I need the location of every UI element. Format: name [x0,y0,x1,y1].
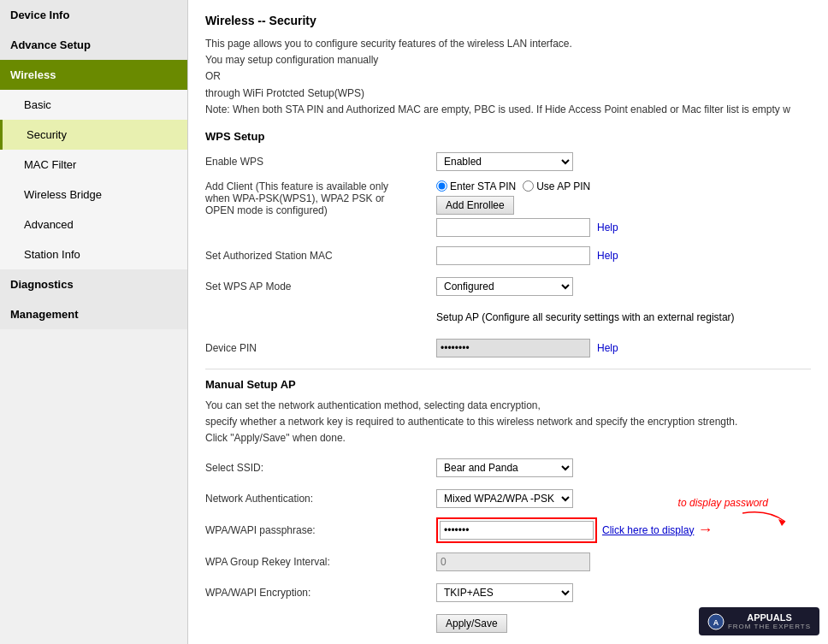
setup-ap-description-text: Setup AP (Configure all security setting… [436,311,735,323]
wpa-rekey-label: WPA Group Rekey Interval: [205,556,436,568]
wpa-rekey-row: WPA Group Rekey Interval: [205,550,811,574]
page-description: This page allows you to configure securi… [205,36,811,118]
sidebar-item-wireless[interactable]: Wireless [0,60,187,90]
manual-setup-section: Manual Setup AP You can set the network … [205,378,811,635]
add-client-label: Add Client (This feature is available on… [205,180,436,216]
device-pin-help-link[interactable]: Help [597,342,618,354]
brand-name: APPUALS [728,612,811,623]
encryption-select[interactable]: TKIP+AES AES TKIP [436,583,573,602]
enable-wps-control: Enabled Disabled [436,152,573,171]
add-enrollee-button[interactable]: Add Enrollee [436,196,514,215]
sidebar-item-device-info[interactable]: Device Info [0,0,187,30]
enable-wps-label: Enable WPS [205,156,436,168]
apply-save-button[interactable]: Apply/Save [436,614,507,633]
select-ssid-label: Select SSID: [205,462,436,474]
passphrase-container: to display password WPA/WAPI passphrase:… [205,517,811,543]
wps-ap-mode-label: Set WPS AP Mode [205,281,436,292]
auth-mac-label: Set Authorized Station MAC [205,250,436,262]
wps-ap-mode-control: Configured Unconfigured [436,277,573,296]
wpa-rekey-input[interactable] [436,552,590,571]
encryption-label: WPA/WAPI Encryption: [205,587,436,599]
use-ap-pin-radio[interactable] [523,180,534,192]
sidebar: Device Info Advance Setup Wireless Basic… [0,0,188,644]
section-divider [205,369,811,369]
wps-setup-section: WPS Setup Enable WPS Enabled Disabled Ad… [205,130,811,360]
network-auth-label: Network Authentication: [205,493,436,505]
auth-mac-row: Set Authorized Station MAC Help [205,244,811,268]
pin-radio-group: Enter STA PIN Use AP PIN [436,180,618,192]
auth-mac-help-link[interactable]: Help [597,250,618,262]
enter-sta-pin-label[interactable]: Enter STA PIN [436,180,516,192]
page-title: Wireless -- Security [205,14,811,27]
sidebar-item-mac-filter[interactable]: MAC Filter [0,150,187,180]
setup-ap-description-row: Setup AP (Configure all security setting… [205,305,811,329]
wps-section-title: WPS Setup [205,130,811,143]
wps-ap-mode-row: Set WPS AP Mode Configured Unconfigured [205,275,811,298]
network-auth-control: Mixed WPA2/WPA -PSK WPA2-PSK WPA-PSK Non… [436,489,573,508]
device-pin-input[interactable] [436,339,590,357]
sidebar-item-management[interactable]: Management [0,299,187,329]
enable-wps-select[interactable]: Enabled Disabled [436,152,573,171]
main-content: Wireless -- Security This page allows yo… [188,0,828,644]
arrow-icon: → [697,521,713,539]
add-client-control: Enter STA PIN Use AP PIN Add Enrollee He… [436,180,618,237]
passphrase-box [436,517,597,543]
select-ssid-select[interactable]: Bear and Panda [436,458,573,477]
sta-pin-help-link[interactable]: Help [597,222,618,233]
sidebar-item-station-info[interactable]: Station Info [0,239,187,269]
enable-wps-row: Enable WPS Enabled Disabled [205,150,811,174]
select-ssid-control: Bear and Panda [436,458,573,477]
passphrase-label: WPA/WAPI passphrase: [205,524,436,536]
manual-description: You can set the network authentication m… [205,398,811,447]
select-ssid-row: Select SSID: Bear and Panda [205,456,811,480]
device-pin-control: Help [436,339,618,357]
auth-mac-input[interactable] [436,246,590,265]
sidebar-item-advanced[interactable]: Advanced [0,210,187,239]
wps-ap-mode-select[interactable]: Configured Unconfigured [436,277,573,296]
passphrase-row: WPA/WAPI passphrase: Click here to displ… [205,517,811,543]
brand-footer: A APPUALS FROM THE EXPERTS [699,607,819,635]
encryption-row: WPA/WAPI Encryption: TKIP+AES AES TKIP [205,581,811,605]
brand-sub: FROM THE EXPERTS [728,623,811,630]
sta-pin-input[interactable] [436,218,590,237]
network-auth-select[interactable]: Mixed WPA2/WPA -PSK WPA2-PSK WPA-PSK Non… [436,489,573,508]
to-display-annotation: to display password [678,497,768,509]
brand-logo-icon: A [707,613,724,630]
device-pin-row: Device PIN Help [205,336,811,360]
svg-text:A: A [713,618,719,627]
encryption-control: TKIP+AES AES TKIP [436,583,573,602]
sidebar-item-diagnostics[interactable]: Diagnostics [0,269,187,299]
sidebar-item-advance-setup[interactable]: Advance Setup [0,30,187,60]
sidebar-item-security[interactable]: Security [0,120,187,150]
sidebar-item-wireless-bridge[interactable]: Wireless Bridge [0,180,187,210]
device-pin-label: Device PIN [205,342,436,354]
sidebar-item-basic[interactable]: Basic [0,90,187,120]
wpa-rekey-control [436,552,590,571]
click-to-display-link[interactable]: Click here to display [602,524,694,536]
auth-mac-control: Help [436,246,618,265]
use-ap-pin-label[interactable]: Use AP PIN [523,180,590,192]
enter-sta-pin-radio[interactable] [436,180,447,192]
add-client-row: Add Client (This feature is available on… [205,180,811,237]
manual-section-title: Manual Setup AP [205,378,811,391]
passphrase-input[interactable] [440,521,594,540]
